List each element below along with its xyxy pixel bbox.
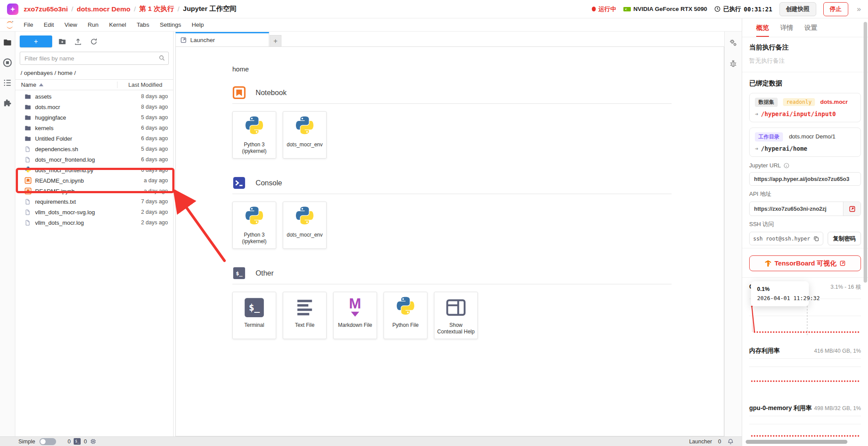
launcher-card[interactable]: Show Contextual Help (434, 292, 478, 339)
column-last-modified[interactable]: Last Modified (117, 81, 173, 88)
ssh-command-field[interactable]: ssh root@ssh.hyper (749, 232, 823, 245)
status-bar: Simple 0 $_ 0 Launcher 0 (0, 436, 742, 446)
file-row[interactable]: huggingface5 days ago (15, 112, 173, 123)
file-name: dots_mocr_frontend.py (35, 167, 141, 173)
file-row[interactable]: vllm_dots_mocr.log2 days ago (15, 217, 173, 228)
launcher-card-label: dots_mocr_env (287, 142, 323, 148)
menu-tabs[interactable]: Tabs (132, 21, 155, 28)
menu-edit[interactable]: Edit (39, 21, 59, 28)
panel-horizontal-scrollbar[interactable] (746, 440, 847, 444)
file-row[interactable]: README_cn.ipynba day ago (15, 175, 173, 186)
launcher-card-label: Python 3 (ipykernel) (235, 232, 274, 245)
gpu-name: NVIDIA GeForce RTX 5090 (623, 6, 707, 12)
menu-kernel[interactable]: Kernel (104, 21, 132, 28)
column-name[interactable]: Name (15, 81, 117, 88)
table-of-contents-tab-icon[interactable] (3, 78, 12, 88)
create-snapshot-button[interactable]: 创建快照 (779, 2, 816, 16)
file-row[interactable]: vllm_dots_mocr-svg.log2 days ago (15, 207, 173, 217)
extensions-tab-icon[interactable] (3, 98, 12, 108)
tab-details[interactable]: 详情 (780, 24, 793, 37)
copy-icon[interactable] (813, 236, 819, 242)
jupyter-url-field[interactable]: https://app.hyper.ai/jobs/zxo7zu65o3 (749, 172, 861, 186)
menu-help[interactable]: Help (186, 21, 209, 28)
workdir-name[interactable]: dots.mocr Demo/1 (789, 133, 836, 140)
launcher-card[interactable]: $_Terminal (232, 292, 276, 339)
python-icon (294, 116, 316, 138)
api-url-field[interactable]: https://zxo7zu65o3ni-zno2zj (750, 202, 843, 216)
notification-count: 0 (718, 439, 721, 445)
tensorboard-button[interactable]: TensorBoard 可视化 (749, 255, 861, 271)
elapsed-time: 已执行 00:31:21 (714, 5, 772, 13)
dataset-name[interactable]: dots.mocr (820, 99, 848, 105)
jupyter-menu-bar: FileEditViewRunKernelTabsSettingsHelp (0, 18, 742, 32)
file-modified: 6 days ago (141, 167, 168, 173)
launcher-card-label: Python File (392, 322, 419, 329)
file-browser-tab-icon[interactable] (3, 38, 12, 47)
file-row[interactable]: assets8 days ago (15, 91, 173, 102)
refresh-icon[interactable] (88, 36, 100, 47)
dataset-badge: 数据集 (755, 98, 778, 107)
menu-view[interactable]: View (59, 21, 82, 28)
file-row[interactable]: kernels6 days ago (15, 123, 173, 133)
launcher-card[interactable]: Python 3 (ipykernel) (232, 111, 276, 159)
file-row[interactable]: Untitled Folder6 days ago (15, 133, 173, 144)
launcher-card[interactable]: MMarkdown File (333, 292, 377, 339)
menu-settings[interactable]: Settings (154, 21, 186, 28)
launcher-card[interactable]: Python File (384, 292, 427, 339)
file-row[interactable]: dependencies.sh5 days ago (15, 144, 173, 154)
simple-mode-toggle[interactable] (39, 438, 56, 445)
file-row[interactable]: dots_mocr_frontend.py6 days ago (15, 165, 173, 175)
file-row[interactable]: dots_mocr_frontend.log6 days ago (15, 154, 173, 165)
file-row[interactable]: README.ipynba day ago (15, 186, 173, 196)
copy-password-button[interactable]: 复制密码 (828, 232, 861, 245)
upload-icon[interactable] (72, 36, 84, 47)
breadcrumb-execution[interactable]: 第 1 次执行 (139, 4, 174, 14)
main-dock-panel: Launcher + home NotebookPython 3 (ipyker… (174, 32, 724, 436)
launcher-card[interactable]: Text File (283, 292, 327, 339)
new-folder-icon[interactable] (57, 36, 68, 47)
info-icon[interactable] (783, 163, 790, 169)
launcher-section-console: ConsolePython 3 (ipykernel)dots_mocr_env (232, 176, 724, 249)
terminal-icon: $_ (232, 266, 246, 280)
new-launcher-button[interactable]: + (20, 35, 52, 47)
memory-usage-chart[interactable] (749, 361, 861, 401)
breadcrumb: zxo7zu65o3ni / dots.mocr Demo / 第 1 次执行 … (24, 4, 237, 14)
dataset-path[interactable]: /hyperai/input/input0 (761, 110, 836, 117)
launcher-card[interactable]: dots_mocr_env (283, 111, 327, 159)
file-path-breadcrumb[interactable]: / openbayes / home / (15, 67, 173, 79)
launcher-card[interactable]: Python 3 (ipykernel) (232, 202, 276, 249)
gpu-chart-value: 498 MB/32 GB, 1% (814, 405, 861, 411)
tab-overview[interactable]: 概览 (756, 24, 769, 37)
tab-launcher[interactable]: Launcher (175, 32, 269, 46)
platform-logo-icon[interactable] (7, 4, 18, 15)
file-row[interactable]: dots.mocr8 days ago (15, 102, 173, 112)
tab-settings[interactable]: 设置 (804, 24, 817, 37)
kernel-status-icon[interactable] (90, 438, 96, 445)
debugger-tab-icon[interactable] (729, 59, 738, 68)
breadcrumb-user[interactable]: zxo7zu65o3ni (24, 5, 68, 13)
running-kernels-tab-icon[interactable] (3, 58, 12, 67)
file-icon (25, 145, 32, 152)
open-api-button[interactable] (843, 202, 861, 216)
terminal-status-icon[interactable]: $_ (74, 438, 81, 445)
panel-vertical-scrollbar[interactable] (864, 22, 867, 283)
collapse-panel-icon[interactable]: » (857, 5, 861, 14)
file-list: assets8 days agodots.mocr8 days agohuggi… (15, 90, 173, 436)
dataset-card: 数据集 readonly dots.mocr ➜ /hyperai/input/… (749, 93, 861, 122)
workdir-path[interactable]: /hyperai/home (761, 145, 808, 152)
left-activity-bar (0, 32, 15, 436)
file-list-header: Name Last Modified (15, 79, 173, 90)
file-row[interactable]: requirements.txt7 days ago (15, 196, 173, 207)
stop-button[interactable]: 停止 (823, 2, 848, 16)
readonly-badge: readonly (783, 98, 815, 106)
bell-icon[interactable] (727, 438, 734, 445)
menu-file[interactable]: File (18, 21, 39, 28)
filter-files-input[interactable] (20, 52, 169, 65)
property-inspector-tab-icon[interactable] (729, 38, 738, 47)
breadcrumb-project[interactable]: dots.mocr Demo (77, 5, 130, 13)
launcher-card[interactable]: dots_mocr_env (283, 202, 327, 249)
new-tab-button[interactable]: + (270, 35, 281, 46)
menu-run[interactable]: Run (82, 21, 104, 28)
chart-tooltip: 0.1% 2026-04-01 11:29:32 (751, 281, 809, 306)
file-modified: 6 days ago (141, 135, 168, 142)
